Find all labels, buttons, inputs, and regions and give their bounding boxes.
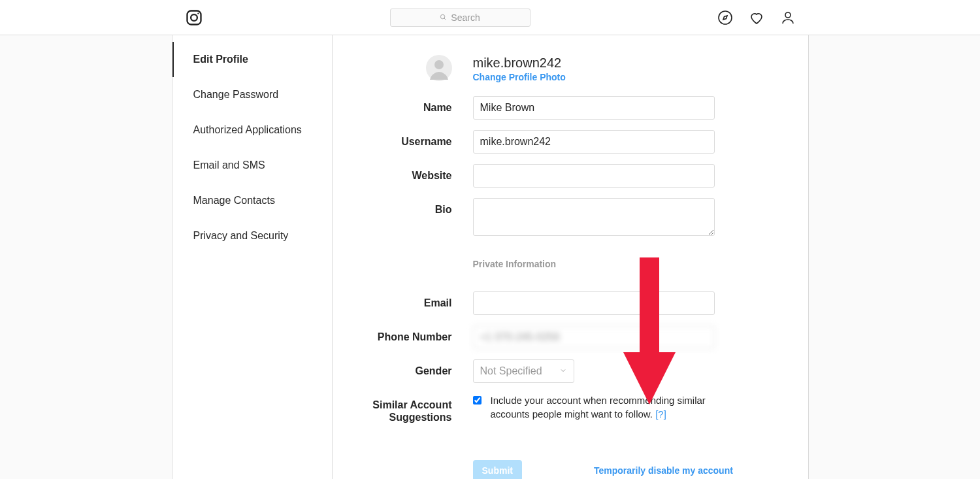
change-profile-photo-link[interactable]: Change Profile Photo bbox=[473, 72, 566, 82]
svg-point-7 bbox=[785, 12, 791, 18]
sidebar-item-email-and-sms[interactable]: Email and SMS bbox=[172, 148, 332, 183]
temporarily-disable-account-link[interactable]: Temporarily disable my account bbox=[594, 465, 733, 476]
email-input[interactable] bbox=[473, 291, 715, 315]
label-bio: Bio bbox=[372, 198, 473, 216]
svg-marker-6 bbox=[723, 16, 727, 20]
username-input[interactable] bbox=[473, 130, 715, 154]
sidebar-item-privacy-and-security[interactable]: Privacy and Security bbox=[172, 218, 332, 254]
sidebar-item-manage-contacts[interactable]: Manage Contacts bbox=[172, 183, 332, 218]
edit-profile-form: mike.brown242 Change Profile Photo Name … bbox=[333, 35, 808, 479]
svg-point-1 bbox=[191, 14, 197, 21]
name-input[interactable] bbox=[473, 96, 715, 120]
sidebar-item-authorized-applications[interactable]: Authorized Applications bbox=[172, 112, 332, 148]
website-input[interactable] bbox=[473, 164, 715, 188]
avatar[interactable] bbox=[426, 55, 452, 83]
svg-point-3 bbox=[441, 14, 445, 18]
submit-button[interactable]: Submit bbox=[473, 460, 522, 479]
gender-select[interactable]: Not Specified bbox=[473, 359, 574, 383]
gender-value: Not Specified bbox=[480, 365, 542, 377]
label-gender: Gender bbox=[372, 359, 473, 377]
settings-sidebar: Edit Profile Change Password Authorized … bbox=[172, 35, 333, 479]
chevron-down-icon bbox=[559, 365, 567, 377]
search-placeholder: Search bbox=[451, 12, 480, 23]
top-nav: Search bbox=[0, 0, 980, 35]
explore-icon[interactable] bbox=[717, 10, 733, 25]
label-username: Username bbox=[372, 130, 473, 148]
instagram-logo[interactable] bbox=[185, 8, 203, 27]
sidebar-item-edit-profile[interactable]: Edit Profile bbox=[172, 42, 332, 77]
profile-icon[interactable] bbox=[780, 10, 796, 25]
label-name: Name bbox=[372, 96, 473, 114]
username-heading: mike.brown242 bbox=[473, 56, 566, 71]
label-website: Website bbox=[372, 164, 473, 182]
private-information-heading: Private Information bbox=[473, 259, 715, 269]
svg-line-4 bbox=[444, 18, 446, 20]
settings-card: Edit Profile Change Password Authorized … bbox=[172, 35, 809, 479]
activity-heart-icon[interactable] bbox=[749, 10, 764, 25]
label-similar: Similar Account Suggestions bbox=[372, 393, 473, 423]
sidebar-item-change-password[interactable]: Change Password bbox=[172, 77, 332, 112]
similar-suggestions-checkbox[interactable] bbox=[473, 396, 482, 405]
bio-input[interactable] bbox=[473, 198, 715, 236]
svg-point-9 bbox=[434, 60, 444, 69]
label-phone: Phone Number bbox=[372, 325, 473, 343]
label-email: Email bbox=[372, 291, 473, 309]
help-link[interactable]: [?] bbox=[655, 408, 666, 420]
phone-input[interactable] bbox=[473, 325, 715, 349]
similar-suggestions-text: Include your account when recommending s… bbox=[491, 393, 747, 421]
svg-point-5 bbox=[719, 11, 732, 24]
svg-point-2 bbox=[197, 12, 199, 14]
svg-rect-0 bbox=[187, 10, 201, 24]
search-input[interactable]: Search bbox=[390, 8, 531, 27]
